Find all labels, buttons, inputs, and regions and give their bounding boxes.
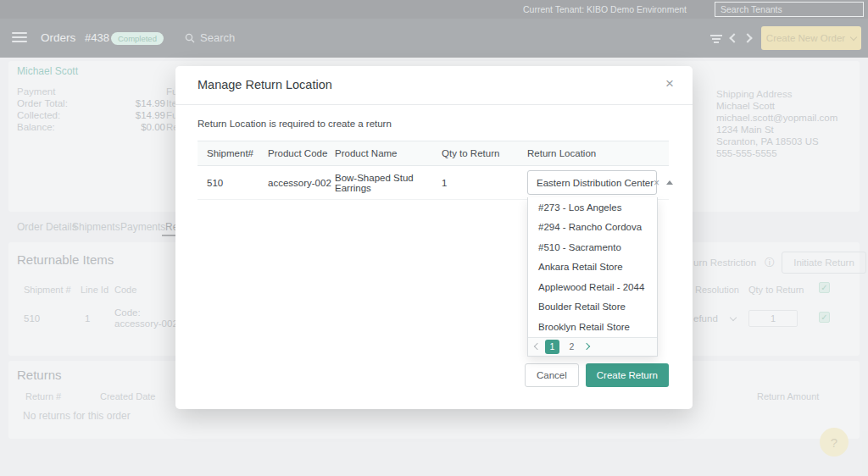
column-header-qty-to-return: Qty to Return xyxy=(442,148,527,158)
clear-icon[interactable]: × xyxy=(654,177,659,189)
table-header-row: Shipment# Product Code Product Name Qty … xyxy=(198,141,669,166)
return-items-table: Shipment# Product Code Product Name Qty … xyxy=(198,141,669,200)
dropdown-option[interactable]: #510 - Sacramento xyxy=(528,237,657,257)
cell-product-code: accessory-002 xyxy=(268,178,335,188)
manage-return-location-modal: Manage Return Location × Return Location… xyxy=(175,66,693,409)
dropdown-option[interactable]: Boulder Retail Store xyxy=(528,297,657,318)
column-header-return-location: Return Location xyxy=(527,148,667,158)
return-location-dropdown: #273 - Los Angeles #294 - Rancho Cordova… xyxy=(527,197,658,357)
orders-page: Current Tenant: KIBO Demo Environment Or… xyxy=(0,0,868,476)
create-return-button[interactable]: Create Return xyxy=(586,363,669,387)
dropdown-pagination: 1 2 xyxy=(528,337,657,356)
modal-subtitle: Return Location is required to create a … xyxy=(198,119,392,129)
dropdown-option[interactable]: Brooklyn Retail Store xyxy=(528,317,657,337)
modal-title: Manage Return Location xyxy=(198,78,332,91)
pagination-prev-icon[interactable] xyxy=(534,343,541,350)
pagination-next-icon[interactable] xyxy=(583,343,590,350)
dropdown-option[interactable]: Ankara Retail Store xyxy=(528,257,657,278)
cell-shipment: 510 xyxy=(207,178,268,188)
modal-divider xyxy=(175,104,693,105)
return-location-value: Eastern Distribution Center xyxy=(537,178,654,188)
return-location-select[interactable]: Eastern Distribution Center × xyxy=(527,170,657,195)
pagination-page-2[interactable]: 2 xyxy=(565,340,579,354)
cell-product-name: Bow-Shaped Stud Earrings xyxy=(335,173,442,193)
pagination-page-1[interactable]: 1 xyxy=(545,340,559,354)
modal-footer: Cancel Create Return xyxy=(525,363,669,387)
caret-up-icon xyxy=(666,180,673,185)
column-header-shipment: Shipment# xyxy=(207,148,268,158)
cancel-button[interactable]: Cancel xyxy=(525,363,579,387)
dropdown-option[interactable]: #273 - Los Angeles xyxy=(528,197,657,218)
dropdown-option[interactable]: #294 - Rancho Cordova xyxy=(528,218,657,238)
column-header-product-code: Product Code xyxy=(268,148,335,158)
close-icon[interactable]: × xyxy=(665,75,674,92)
cell-qty: 1 xyxy=(442,178,527,188)
table-row: 510 accessory-002 Bow-Shaped Stud Earrin… xyxy=(198,166,669,200)
column-header-product-name: Product Name xyxy=(335,148,442,158)
dropdown-option[interactable]: Applewood Retail - 2044 xyxy=(528,277,657,297)
